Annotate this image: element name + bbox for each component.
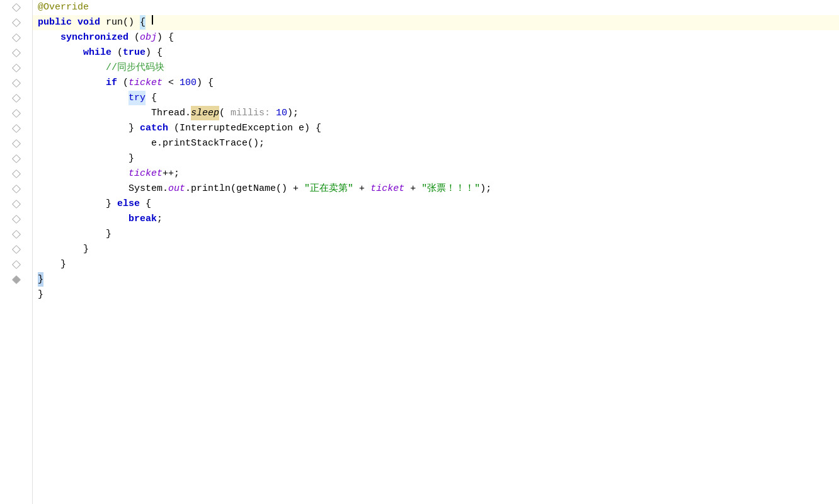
gutter-icon-4 — [11, 49, 20, 57]
code-line-9: } catch ( InterruptedException e) { — [33, 121, 839, 136]
gutter-icon-15 — [11, 215, 20, 224]
code-line-19: } — [33, 272, 839, 287]
plus2: + — [404, 181, 421, 196]
kw-void: void — [77, 15, 100, 30]
space8b: ); — [287, 106, 299, 120]
gutter-line-20 — [0, 287, 32, 302]
editor-container: @Override public void run() { synchroniz… — [0, 0, 839, 504]
gutter-line-17 — [0, 242, 32, 257]
code-line-8: Thread. sleep ( millis: 10 ); — [33, 106, 839, 121]
space2: run() — [100, 15, 140, 30]
gutter-icon-17 — [11, 245, 20, 254]
indent3 — [38, 30, 60, 45]
indent5 — [38, 60, 106, 75]
close-paren: ); — [480, 181, 491, 196]
gutter-line-16 — [0, 227, 32, 242]
indent18 — [38, 257, 60, 272]
exception-type: InterruptedException — [180, 121, 293, 135]
indent7 — [38, 91, 128, 105]
indent16 — [38, 227, 106, 241]
code-line-3: synchronized ( obj ) { — [33, 30, 839, 45]
gutter-icon-7 — [11, 94, 20, 103]
code-line-16: } — [33, 227, 839, 242]
indent11 — [38, 151, 128, 166]
space7a: { — [146, 91, 157, 105]
gutter-line-4 — [0, 45, 32, 60]
epst: e.printStackTrace(); — [151, 136, 265, 151]
close-brace17: } — [83, 242, 89, 256]
gutter-line-5 — [0, 60, 32, 76]
gutter-line-1 — [0, 0, 32, 15]
close-brace11: } — [128, 151, 134, 166]
indent4 — [38, 45, 83, 60]
gutter-line-10 — [0, 136, 32, 151]
comment-sync: //同步代码块 — [106, 60, 164, 75]
space — [72, 15, 77, 30]
gutter-line-12 — [0, 166, 32, 181]
indent12 — [38, 166, 128, 181]
code-line-15: break ; — [33, 212, 839, 227]
code-line-18: } — [33, 257, 839, 272]
space3b: ) { — [157, 30, 174, 45]
code-line-13: System. out .println(getName() + "正在卖第" … — [33, 181, 839, 197]
gutter-line-13 — [0, 181, 32, 197]
code-line-5: //同步代码块 — [33, 60, 839, 76]
space6a: ( — [117, 76, 128, 90]
gutter-line-14 — [0, 197, 32, 212]
gutter-icon-12 — [11, 169, 20, 178]
close-brace16: } — [106, 227, 111, 241]
indent15 — [38, 212, 128, 226]
gutter-icon-10 — [11, 139, 20, 148]
indent17 — [38, 242, 83, 256]
annotation: @Override — [38, 0, 89, 14]
indent8 — [38, 106, 151, 120]
out: out — [168, 181, 185, 196]
code-line-1: @Override — [33, 0, 839, 15]
gutter-icon-19 — [11, 275, 20, 284]
system: System. — [128, 181, 168, 196]
kw-try: try — [128, 91, 146, 105]
gutter-line-19 — [0, 272, 32, 287]
code-area[interactable]: @Override public void run() { synchroniz… — [33, 0, 839, 504]
kw-public: public — [38, 15, 72, 30]
kw-if: if — [106, 76, 117, 90]
space8a: ( — [219, 106, 225, 120]
param-millis: millis: — [225, 106, 276, 120]
close-brace14: } — [106, 197, 117, 211]
indent9 — [38, 121, 128, 135]
space6b: < — [163, 76, 180, 90]
kw-true: true — [123, 45, 146, 60]
gutter-icon-11 — [11, 154, 20, 163]
brace-open: { — [140, 15, 146, 30]
kw-else: else — [117, 197, 140, 211]
kw-while: while — [83, 45, 111, 60]
var-ticket: ticket — [128, 76, 163, 90]
str2: "张票！！！" — [421, 181, 480, 196]
code-line-10: e.printStackTrace(); — [33, 136, 839, 151]
space6c: ) { — [197, 76, 214, 90]
plus1: + — [353, 181, 370, 196]
space4a: ( — [111, 45, 123, 60]
println: .println(getName() + — [185, 181, 304, 196]
gutter-line-18 — [0, 257, 32, 272]
gutter-line-9 — [0, 121, 32, 136]
method-sleep: sleep — [191, 106, 219, 120]
kw-synchronized: synchronized — [60, 30, 128, 45]
space4b: ) { — [146, 45, 163, 60]
gutter-line-2 — [0, 15, 32, 30]
gutter-line-8 — [0, 106, 32, 121]
var-obj: obj — [140, 30, 157, 45]
gutter-icon-2 — [11, 18, 20, 27]
code-line-6: if ( ticket < 100 ) { — [33, 76, 839, 91]
indent14 — [38, 197, 106, 211]
gutter-icon-1 — [11, 3, 20, 12]
thread-class: Thread. — [151, 106, 191, 120]
indent13 — [38, 181, 128, 196]
code-line-12: ticket ++; — [33, 166, 839, 181]
kw-catch: catch — [140, 121, 168, 135]
gutter-line-15 — [0, 212, 32, 227]
space9b: e) { — [293, 121, 321, 135]
gutter-icon-14 — [11, 200, 20, 209]
gutter-line-3 — [0, 30, 32, 45]
gutter-icon-9 — [11, 124, 20, 133]
